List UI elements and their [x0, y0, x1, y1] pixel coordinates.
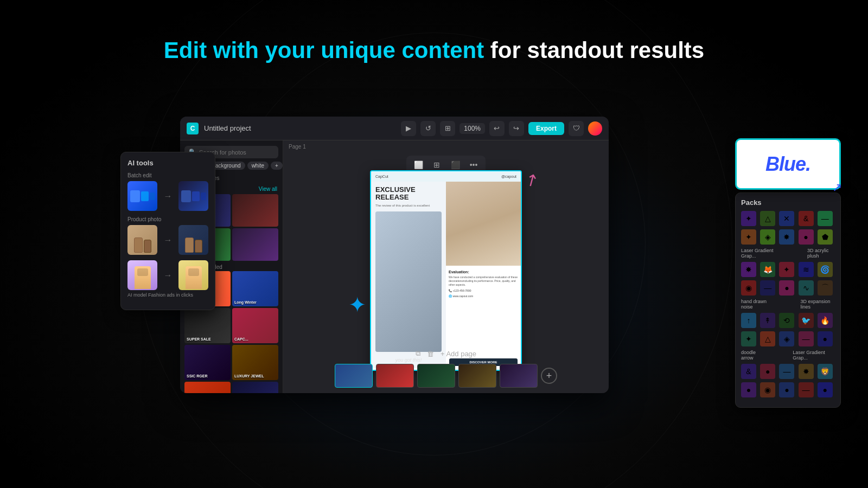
- thumb-2[interactable]: [232, 194, 278, 227]
- rec-thumb-7[interactable]: Special Discount: [184, 382, 231, 393]
- align-button[interactable]: ⊞: [430, 158, 443, 171]
- card-body: EXCLUSIVE RELEASE The review of this pro…: [371, 182, 521, 368]
- pack-icon-9[interactable]: ●: [799, 229, 814, 245]
- pack-icon-5[interactable]: —: [818, 211, 833, 226]
- trash-button[interactable]: 🗑: [427, 350, 434, 358]
- pack-icon-18[interactable]: ●: [779, 280, 794, 296]
- add-page-icon[interactable]: + Add page: [441, 350, 476, 358]
- pack-icon-11[interactable]: ✸: [741, 262, 756, 277]
- rec-thumb-6[interactable]: LUXURY JEWEL: [232, 345, 278, 380]
- pack-grid-3: ✸ 🦊 ✦ ≋ 🌀: [741, 262, 835, 277]
- rec-thumb-3[interactable]: SUPER SALE: [184, 308, 231, 343]
- export-button[interactable]: Export: [528, 122, 564, 135]
- filmstrip-thumb-2[interactable]: [376, 364, 414, 388]
- rotate-button[interactable]: ↺: [420, 121, 436, 136]
- card-right-bottom: Evaluation: We have conducted a comprehe…: [446, 267, 521, 355]
- pack-icon-28[interactable]: ◈: [779, 331, 794, 346]
- pack-icon-6[interactable]: ✦: [741, 229, 756, 245]
- pack-row-3: ↑ ↟ ⟲ 🐦 🔥 ✦ △ ◈ — ● doodle arrow Laser G…: [741, 313, 835, 361]
- pack-icon-25[interactable]: 🔥: [818, 313, 833, 328]
- card-sofa-image: [375, 211, 442, 352]
- pack-icon-24[interactable]: 🐦: [799, 313, 814, 328]
- card-logo: CapCut: [375, 175, 388, 178]
- filmstrip-thumb-5[interactable]: [500, 364, 538, 388]
- ai-model-input: [127, 260, 157, 290]
- pack-icon-14[interactable]: ≋: [799, 262, 814, 277]
- pack-icon-10[interactable]: ⬟: [818, 229, 833, 245]
- play-button[interactable]: ▶: [401, 121, 416, 136]
- product-photo-section: Product photo →: [127, 216, 208, 255]
- pack-icon-32[interactable]: ●: [760, 364, 775, 379]
- pack-icon-20[interactable]: ⌒: [818, 280, 833, 296]
- pack-icon-26[interactable]: ✦: [741, 331, 756, 346]
- pack-row-1: ✦ △ ✕ & — ✦ ◈ ✸ ● ⬟ Laser Gradient Grap.…: [741, 211, 835, 259]
- card-left: EXCLUSIVE RELEASE The review of this pro…: [371, 182, 446, 368]
- ai-model-row: →: [127, 260, 208, 290]
- rec-thumb-8[interactable]: [232, 382, 278, 393]
- pack-label-1: Laser Gradient Grap...: [741, 248, 780, 259]
- shield-button[interactable]: 🛡: [569, 121, 584, 136]
- thumb-4[interactable]: [232, 228, 278, 261]
- pack-label-4: 3D expansion lines: [800, 299, 835, 310]
- pack-row-2: ✸ 🦊 ✦ ≋ 🌀 ◉ — ● ∿ ⌒ hand drawn noise 3D …: [741, 262, 835, 310]
- undo-button[interactable]: ↩: [489, 121, 505, 136]
- tag-white[interactable]: white: [247, 162, 269, 170]
- pack-icon-21[interactable]: ↑: [741, 313, 756, 328]
- pack-grid-5: ↑ ↟ ⟲ 🐦 🔥: [741, 313, 835, 328]
- ai-model-section: → AI model Fashion ads in clicks: [127, 260, 208, 298]
- pack-grid-6: ✦ △ ◈ — ●: [741, 331, 835, 346]
- pack-icon-12[interactable]: 🦊: [760, 262, 775, 277]
- pack-icon-16[interactable]: ◉: [741, 280, 756, 296]
- headline-part2: for standout results: [490, 37, 704, 63]
- pack-icon-8[interactable]: ✸: [779, 229, 794, 245]
- copy-button[interactable]: ⧉: [416, 349, 420, 358]
- pack-icon-2[interactable]: △: [760, 211, 775, 226]
- pack-icon-34[interactable]: ✸: [799, 364, 814, 379]
- filmstrip-thumb-4[interactable]: [458, 364, 496, 388]
- pack-icon-19[interactable]: ∿: [799, 280, 814, 296]
- pack-icon-36[interactable]: ●: [741, 382, 756, 397]
- pack-icon-1[interactable]: ✦: [741, 211, 756, 226]
- crop-button[interactable]: ⬜: [412, 158, 425, 171]
- deco-sparkle: ✦: [348, 292, 367, 317]
- user-avatar[interactable]: [588, 121, 602, 136]
- pack-icon-17[interactable]: —: [760, 280, 775, 296]
- pack-icon-40[interactable]: ●: [818, 382, 833, 397]
- pack-icon-7[interactable]: ◈: [760, 229, 775, 245]
- more-button[interactable]: •••: [467, 158, 480, 171]
- zoom-level[interactable]: 100%: [459, 123, 485, 134]
- redo-button[interactable]: ↪: [509, 121, 524, 136]
- flip-button[interactable]: ⬛: [449, 158, 462, 171]
- pack-icon-33[interactable]: —: [779, 364, 794, 379]
- pack-icon-35[interactable]: 🦁: [818, 364, 833, 379]
- filmstrip-thumb-3[interactable]: [417, 364, 455, 388]
- add-page-button[interactable]: +: [541, 368, 557, 384]
- pack-icon-4[interactable]: &: [799, 211, 814, 226]
- pack-icon-38[interactable]: ●: [779, 382, 794, 397]
- grid-button[interactable]: ⊞: [440, 121, 455, 136]
- pack-icon-29[interactable]: —: [799, 331, 814, 346]
- rec-thumb-4[interactable]: CAPC...: [232, 308, 278, 343]
- app-window: C Untitled project ▶ ↺ ⊞ 100% ↩ ↪ Export…: [180, 117, 609, 393]
- pack-icon-15[interactable]: 🌀: [818, 262, 833, 277]
- pack-icon-23[interactable]: ⟲: [779, 313, 794, 328]
- pack-icon-27[interactable]: △: [760, 331, 775, 346]
- pack-icon-3[interactable]: ✕: [779, 211, 794, 226]
- tag-more[interactable]: +: [271, 162, 283, 170]
- sticker-text: Blue.: [765, 153, 810, 176]
- card-subtitle: The review of this product is excellent: [375, 204, 442, 207]
- pack-icon-30[interactable]: ●: [818, 331, 833, 346]
- pack-icon-31[interactable]: &: [741, 364, 756, 379]
- pack-label-3: hand drawn noise: [741, 299, 773, 310]
- pack-icon-39[interactable]: —: [799, 382, 814, 397]
- view-all-link[interactable]: View all: [259, 186, 277, 192]
- pack-icon-37[interactable]: ◉: [760, 382, 775, 397]
- pack-icon-22[interactable]: ↟: [760, 313, 775, 328]
- product-photo-input: [127, 225, 157, 255]
- rec-thumb-2[interactable]: Long Winter: [232, 271, 278, 306]
- pack-icon-13[interactable]: ✦: [779, 262, 794, 277]
- filmstrip-thumb-1[interactable]: [335, 364, 373, 388]
- card-right-image: [446, 182, 521, 266]
- canvas-card[interactable]: CapCut @capout EXCLUSIVE RELEASE The rev…: [370, 170, 522, 371]
- rec-thumb-5[interactable]: SSIC RGER: [184, 345, 231, 380]
